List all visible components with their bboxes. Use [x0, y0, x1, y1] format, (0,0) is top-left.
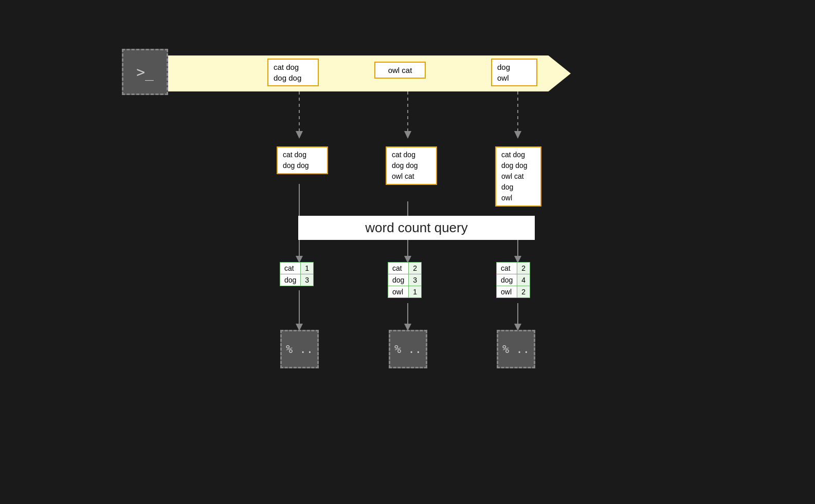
batch2-line1: owl cat: [388, 66, 412, 74]
ct1-row2-num: 3: [301, 274, 314, 286]
count-table-1: cat 1 dog 3: [280, 262, 314, 286]
sink-terminal-3: % ..: [497, 330, 535, 368]
ct3-row3-word: owl: [497, 286, 517, 298]
ct2-row1-num: 2: [409, 263, 422, 274]
batch-box-3: dog owl: [491, 59, 537, 86]
ct1-row1-num: 1: [301, 263, 314, 274]
sink1-glyph: % ..: [286, 343, 313, 356]
ct2-row3-num: 1: [409, 286, 422, 298]
sink2-glyph: % ..: [394, 343, 422, 356]
state3-line4: dog: [501, 182, 535, 193]
state3-line5: owl: [501, 193, 535, 203]
query-label: word count query: [298, 216, 535, 240]
state-box-1: cat dog dog dog: [277, 146, 328, 174]
state2-line2: dog dog: [392, 160, 431, 171]
ct1-row2-word: dog: [280, 274, 301, 286]
batch-box-1: cat dog dog dog: [267, 59, 319, 86]
ct2-row2-num: 3: [409, 274, 422, 286]
count-table-3: cat 2 dog 4 owl 2: [496, 262, 530, 298]
source-icon-glyph: >_: [136, 64, 154, 81]
ct3-row3-num: 2: [517, 286, 530, 298]
ct1-row1-word: cat: [280, 263, 301, 274]
state3-line3: owl cat: [501, 171, 535, 182]
batch3-line2: owl: [497, 73, 509, 82]
source-terminal: >_: [122, 49, 168, 95]
batch1-line2: dog dog: [274, 73, 301, 82]
svg-marker-3: [404, 131, 411, 139]
ct3-row1-num: 2: [517, 263, 530, 274]
ct3-row2-word: dog: [497, 274, 517, 286]
state-box-3: cat dog dog dog owl cat dog owl: [495, 146, 541, 207]
state-box-2: cat dog dog dog owl cat: [386, 146, 437, 185]
svg-marker-5: [514, 131, 521, 139]
ct3-row1-word: cat: [497, 263, 517, 274]
state2-line3: owl cat: [392, 171, 431, 182]
batch-box-2: owl cat: [374, 62, 426, 79]
state1-line1: cat dog: [283, 150, 322, 160]
ct3-row2-num: 4: [517, 274, 530, 286]
state1-line2: dog dog: [283, 160, 322, 171]
count-table-2: cat 2 dog 3 owl 1: [388, 262, 422, 298]
ct2-row1-word: cat: [388, 263, 409, 274]
svg-marker-1: [296, 131, 303, 139]
state2-line1: cat dog: [392, 150, 431, 160]
state3-line1: cat dog: [501, 150, 535, 160]
ct2-row3-word: owl: [388, 286, 409, 298]
sink3-glyph: % ..: [502, 343, 530, 356]
ct2-row2-word: dog: [388, 274, 409, 286]
sink-terminal-1: % ..: [280, 330, 319, 368]
batch1-line1: cat dog: [274, 63, 299, 71]
sink-terminal-2: % ..: [389, 330, 427, 368]
batch3-line1: dog: [497, 63, 510, 71]
state3-line2: dog dog: [501, 160, 535, 171]
